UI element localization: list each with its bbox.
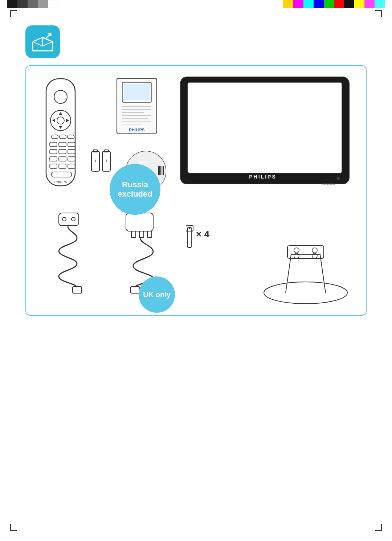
swatch-magenta2 (364, 0, 375, 8)
tv-monitor: PHILIPS xxxxxxxxx (179, 75, 353, 195)
swatch-black2 (17, 0, 28, 8)
svg-text:xxxxxxxxx: xxxxxxxxx (322, 182, 335, 185)
svg-rect-10 (52, 135, 58, 139)
russia-excluded-bubble: Russia excluded (110, 164, 160, 215)
svg-rect-25 (52, 172, 72, 177)
svg-text:PHILIPS: PHILIPS (54, 180, 67, 184)
svg-rect-69 (147, 231, 152, 238)
svg-rect-53 (159, 166, 160, 175)
corner-mark-bl (10, 524, 17, 531)
screws-and-stand: × 4 (186, 208, 353, 306)
svg-rect-62 (59, 213, 79, 226)
swatch-blue (314, 0, 324, 8)
svg-rect-15 (68, 142, 75, 147)
swatch-gray2 (38, 0, 48, 8)
svg-rect-56 (163, 166, 164, 175)
remote-control: PHILIPS (41, 77, 84, 193)
svg-rect-2 (46, 79, 75, 186)
svg-rect-68 (139, 231, 144, 238)
svg-rect-36 (124, 84, 150, 100)
svg-text:+: + (105, 158, 108, 164)
uk-only-bubble: UK only (139, 276, 175, 313)
svg-rect-67 (131, 231, 136, 238)
svg-rect-24 (68, 164, 75, 168)
swatch-black3 (344, 0, 354, 8)
eu-power-cable (41, 211, 102, 298)
svg-point-64 (72, 217, 75, 221)
swatch-yellow2 (354, 0, 364, 8)
svg-line-1 (46, 34, 51, 38)
svg-text:PHILIPS: PHILIPS (129, 128, 145, 132)
swatch-red (334, 0, 344, 8)
svg-rect-20 (59, 157, 66, 161)
svg-rect-66 (126, 213, 153, 231)
svg-point-5 (57, 117, 64, 124)
svg-rect-76 (287, 246, 324, 258)
unbox-icon (25, 25, 60, 58)
main-content-box: PHILIPS + + (25, 65, 367, 316)
batteries: + + (90, 149, 111, 179)
svg-point-60 (337, 177, 340, 180)
svg-point-79 (294, 253, 299, 258)
svg-rect-19 (50, 157, 57, 161)
svg-rect-13 (50, 142, 57, 147)
svg-rect-22 (50, 164, 57, 168)
svg-rect-52 (158, 166, 159, 175)
svg-rect-11 (60, 135, 66, 139)
swatch-yellow (283, 0, 293, 8)
svg-marker-9 (66, 119, 69, 122)
swatch-cyan (303, 0, 314, 8)
corner-mark-br (375, 524, 382, 531)
svg-text:× 4: × 4 (196, 229, 209, 239)
svg-marker-6 (59, 112, 62, 115)
svg-text:PHILIPS: PHILIPS (249, 174, 276, 180)
svg-marker-7 (59, 126, 62, 129)
svg-rect-71 (188, 228, 191, 247)
swatch-green (324, 0, 334, 8)
svg-rect-70 (131, 287, 140, 293)
svg-point-63 (62, 217, 66, 221)
top-color-bar (0, 0, 392, 8)
svg-rect-54 (160, 166, 162, 175)
svg-point-3 (54, 90, 67, 103)
svg-point-78 (312, 248, 317, 253)
svg-rect-14 (59, 142, 66, 147)
svg-rect-55 (162, 166, 162, 175)
swatch-black1 (7, 0, 17, 8)
svg-point-77 (294, 248, 299, 253)
swatch-gray1 (28, 0, 38, 8)
quick-start-manual: PHILIPS (115, 77, 159, 140)
svg-rect-16 (50, 149, 57, 154)
svg-rect-17 (59, 149, 66, 154)
svg-text:+: + (94, 158, 97, 164)
russia-excluded-text: Russia excluded (110, 180, 160, 199)
svg-rect-12 (68, 135, 74, 139)
svg-rect-18 (68, 149, 75, 154)
svg-rect-65 (73, 287, 82, 293)
svg-point-75 (264, 282, 347, 304)
svg-marker-8 (52, 119, 55, 122)
corner-mark-tr (375, 10, 382, 17)
corner-mark-tl (10, 10, 17, 17)
svg-rect-58 (188, 82, 342, 173)
svg-rect-23 (59, 164, 66, 168)
svg-rect-21 (68, 157, 75, 161)
swatch-cyan2 (375, 0, 385, 8)
uk-only-text: UK only (143, 290, 171, 299)
svg-point-80 (312, 253, 317, 258)
swatch-magenta (293, 0, 303, 8)
swatch-white (48, 0, 58, 8)
